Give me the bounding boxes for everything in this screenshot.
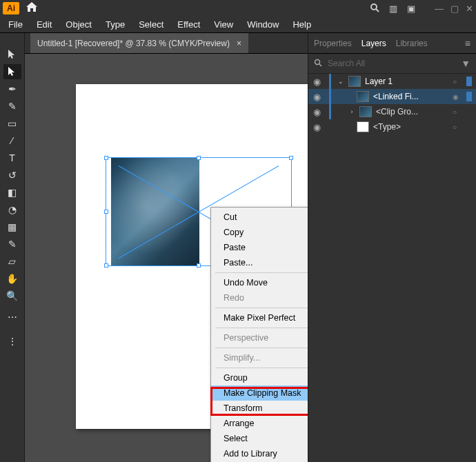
panel-tab-libraries[interactable]: Libraries [396, 39, 428, 48]
layer-thumb [359, 106, 372, 117]
ctx-add-to-library[interactable]: Add to Library [211, 446, 308, 461]
visibility-toggle[interactable]: ◉ [308, 122, 325, 132]
pen-tool[interactable]: ✒ [3, 81, 21, 97]
document-tab-title: Untitled-1 [Recovered]* @ 37.83 % (CMYK/… [37, 39, 230, 48]
expand-toggle[interactable]: ⌄ [337, 78, 344, 85]
arrange-windows-icon[interactable]: ▥ [389, 3, 397, 14]
svg-point-2 [315, 59, 320, 64]
zoom-tool[interactable]: 🔍 [3, 288, 21, 303]
ctx-copy[interactable]: Copy [211, 225, 308, 240]
visibility-toggle[interactable]: ◉ [308, 92, 325, 102]
layer-row-type[interactable]: ◉ <Type> ○ [308, 119, 476, 134]
ctx-redo: Redo [211, 290, 308, 305]
direct-selection-tool[interactable] [3, 64, 21, 79]
selection-indicator [466, 107, 472, 117]
menu-edit[interactable]: Edit [31, 18, 57, 31]
eraser-tool[interactable]: ◧ [3, 185, 21, 200]
layer-row-linked-file[interactable]: ◉ <Linked Fi... ◉ [308, 89, 476, 104]
selection-tool[interactable] [3, 47, 21, 62]
selection-indicator [466, 77, 472, 86]
menu-view[interactable]: View [208, 18, 239, 31]
paintbrush-tool[interactable]: ∕ [3, 133, 21, 148]
menu-type[interactable]: Type [100, 18, 130, 31]
menu-help[interactable]: Help [287, 18, 317, 31]
panel-tab-layers[interactable]: Layers [361, 39, 386, 48]
layer-thumb [357, 91, 369, 102]
artboard-tool[interactable]: ▱ [3, 254, 21, 269]
selection-indicator [466, 92, 472, 101]
ctx-undo[interactable]: Undo Move [211, 275, 308, 290]
home-icon[interactable] [26, 2, 37, 14]
layer-name: <Clip Gro... [376, 107, 448, 117]
hand-tool[interactable]: ✋ [3, 271, 21, 286]
gradient-tool[interactable]: ▦ [3, 219, 21, 234]
layer-thumb [348, 76, 361, 87]
visibility-toggle[interactable]: ◉ [308, 77, 325, 87]
ctx-transform[interactable]: Transform▶ [211, 401, 308, 416]
panel-tab-properties[interactable]: Properties [314, 39, 352, 48]
selection-indicator [466, 122, 472, 132]
more-tools[interactable]: ⋯ [3, 310, 21, 325]
menu-file[interactable]: File [3, 18, 28, 31]
ctx-select[interactable]: Select▶ [211, 431, 308, 446]
curvature-tool[interactable]: ✎ [3, 99, 21, 114]
eyedropper-tool[interactable]: ✎ [3, 237, 21, 252]
workspace-icon[interactable]: ▣ [407, 3, 415, 14]
svg-point-0 [371, 4, 377, 10]
tools-panel: ✒ ✎ ▭ ∕ T ↺ ◧ ◔ ▦ ✎ ▱ ✋ 🔍 ⋯ ⋮ [0, 33, 25, 462]
search-icon [314, 59, 322, 69]
canvas[interactable]: Cut Copy Paste Paste...▶ Undo Move Redo … [25, 54, 308, 462]
layer-thumb [357, 121, 369, 132]
document-tab[interactable]: Untitled-1 [Recovered]* @ 37.83 % (CMYK/… [30, 33, 248, 53]
layers-search-input[interactable] [328, 59, 455, 68]
layer-name: <Linked Fi... [373, 92, 448, 101]
ctx-group[interactable]: Group [211, 370, 308, 385]
rotate-tool[interactable]: ↺ [3, 168, 21, 183]
menu-window[interactable]: Window [241, 18, 284, 31]
ctx-make-clipping-mask[interactable]: Make Clipping Mask [211, 385, 308, 401]
app-logo: Ai [3, 2, 19, 14]
ctx-arrange[interactable]: Arrange▶ [211, 416, 308, 431]
target-icon[interactable]: ○ [453, 78, 461, 86]
edit-toolbar[interactable]: ⋮ [3, 334, 21, 349]
shape-builder-tool[interactable]: ◔ [3, 202, 21, 217]
ctx-paste[interactable]: Paste [211, 240, 308, 255]
context-menu: Cut Copy Paste Paste...▶ Undo Move Redo … [210, 207, 308, 462]
ctx-perspective: Perspective▶ [211, 330, 308, 345]
ctx-simplify: Simplify... [211, 350, 308, 365]
expand-toggle[interactable]: › [348, 108, 355, 115]
target-icon[interactable]: ◉ [453, 93, 461, 101]
search-icon[interactable] [370, 3, 379, 14]
layer-row-root[interactable]: ◉ ⌄ Layer 1 ○ [308, 74, 476, 89]
filter-icon[interactable]: ▼ [461, 58, 470, 69]
target-icon[interactable]: ○ [453, 108, 461, 116]
type-tool[interactable]: T [3, 150, 21, 165]
close-tab-icon[interactable]: × [237, 39, 241, 48]
maximize-icon[interactable]: ▢ [450, 3, 459, 14]
target-icon[interactable]: ○ [453, 123, 461, 131]
visibility-toggle[interactable]: ◉ [308, 107, 325, 117]
rectangle-tool[interactable]: ▭ [3, 116, 21, 131]
menu-select[interactable]: Select [133, 18, 169, 31]
layer-name: Layer 1 [365, 77, 448, 86]
panel-menu-icon[interactable]: ≡ [465, 38, 470, 49]
minimize-icon[interactable]: — [435, 3, 444, 14]
menubar: File Edit Object Type Select Effect View… [0, 17, 476, 33]
layers-list: ◉ ⌄ Layer 1 ○ ◉ <Linked Fi... ◉ ◉ [308, 74, 476, 462]
menu-object[interactable]: Object [60, 18, 97, 31]
layer-name: <Type> [373, 122, 448, 132]
svg-line-1 [376, 9, 379, 12]
close-icon[interactable]: ✕ [466, 3, 473, 14]
ctx-make-pixel-perfect[interactable]: Make Pixel Perfect [211, 310, 308, 325]
layer-row-clip-group[interactable]: ◉ › <Clip Gro... ○ [308, 104, 476, 119]
placed-image[interactable] [111, 157, 199, 266]
ctx-paste-submenu[interactable]: Paste...▶ [211, 255, 308, 270]
svg-line-3 [319, 64, 321, 66]
menu-effect[interactable]: Effect [172, 18, 206, 31]
ctx-cut[interactable]: Cut [211, 210, 308, 225]
